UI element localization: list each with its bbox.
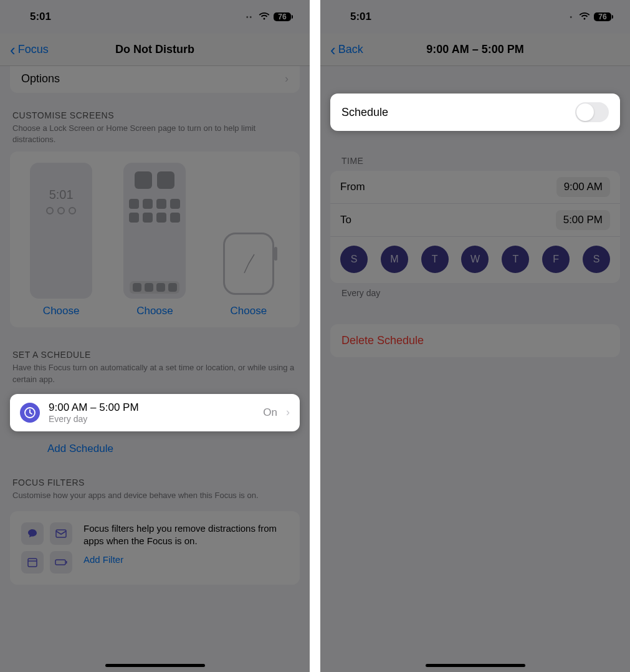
screen-schedule-detail: 5:01 • 76 ‹ Back 9:00 AM – 5:00 PM Sched…	[320, 0, 630, 672]
options-row[interactable]: Options ›	[10, 66, 300, 93]
lock-widgets-icon	[46, 207, 76, 214]
schedule-labels: 9:00 AM – 5:00 PM Every day	[49, 401, 254, 424]
filter-icons	[21, 522, 72, 574]
filters-box: Focus filters help you remove distractio…	[10, 511, 300, 585]
wifi-icon	[579, 11, 590, 23]
to-label: To	[340, 214, 351, 226]
nav-bar: ‹ Focus Do Not Disturb	[0, 34, 310, 66]
watch-face-icon	[233, 248, 264, 279]
toggle-label: Schedule	[341, 106, 388, 119]
add-filter-button[interactable]: Add Filter	[84, 554, 289, 566]
schedule-row[interactable]: 9:00 AM – 5:00 PM Every day On ›	[10, 394, 300, 431]
status-right: • 76	[570, 11, 611, 23]
lock-screen-col: 5:01 Choose	[17, 163, 105, 317]
schedule-title: 9:00 AM – 5:00 PM	[49, 401, 254, 414]
options-label: Options	[21, 72, 60, 85]
status-bar: 5:01 • 76	[320, 0, 630, 34]
schedule-header: SET A SCHEDULE	[10, 350, 300, 362]
from-value[interactable]: 9:00 AM	[556, 177, 610, 197]
day-tue[interactable]: T	[421, 246, 449, 273]
day-mon[interactable]: M	[381, 246, 408, 273]
chevron-right-icon: ›	[286, 406, 290, 419]
watch-preview[interactable]	[223, 233, 274, 295]
nav-bar: ‹ Back 9:00 AM – 5:00 PM	[320, 34, 630, 66]
choose-lock-button[interactable]: Choose	[43, 305, 80, 317]
day-fri[interactable]: F	[542, 246, 570, 273]
battery-icon: 76	[594, 12, 611, 21]
day-thu[interactable]: T	[502, 246, 529, 273]
chevron-right-icon: ›	[285, 72, 289, 85]
home-apps-icon	[129, 199, 180, 223]
schedule-state: On	[263, 406, 277, 419]
messages-icon	[21, 522, 44, 545]
status-time: 5:01	[30, 11, 51, 23]
home-screen-preview[interactable]	[123, 163, 186, 299]
schedule-subtitle: Every day	[49, 414, 254, 424]
from-label: From	[340, 181, 365, 193]
day-wed[interactable]: W	[461, 246, 489, 273]
watch-col: Choose	[205, 163, 292, 317]
schedule-sub: Have this Focus turn on automatically at…	[10, 362, 300, 391]
schedule-toggle-row: Schedule	[330, 94, 620, 131]
content: Options › CUSTOMISE SCREENS Choose a Loc…	[0, 66, 310, 585]
battery-icon	[50, 551, 72, 574]
svg-line-1	[249, 254, 254, 264]
svg-rect-7	[66, 561, 67, 564]
add-schedule-button[interactable]: Add Schedule	[10, 431, 300, 466]
svg-line-0	[244, 264, 249, 273]
home-dock-icon	[130, 281, 179, 294]
recording-indicator-icon: •	[570, 14, 573, 21]
recording-indicator-icon: ••	[246, 14, 253, 21]
day-sun[interactable]: S	[340, 246, 368, 273]
delete-schedule-button[interactable]: Delete Schedule	[330, 324, 620, 357]
schedule-toggle-card: Schedule	[330, 94, 620, 131]
svg-rect-4	[28, 559, 37, 567]
wifi-icon	[259, 11, 270, 23]
home-indicator[interactable]	[105, 664, 205, 667]
page-title: 9:00 AM – 5:00 PM	[320, 43, 630, 56]
status-right: •• 76	[246, 11, 291, 23]
filters-sub: Customise how your apps and device behav…	[10, 490, 300, 507]
status-time: 5:01	[350, 11, 371, 23]
customise-sub: Choose a Lock Screen or Home Screen page…	[10, 123, 300, 151]
days-row: S M T W T F S	[330, 237, 620, 283]
time-header: TIME	[320, 131, 630, 171]
choose-home-button[interactable]: Choose	[136, 305, 173, 317]
customise-screens-box: 5:01 Choose Choose Choos	[10, 151, 300, 327]
status-bar: 5:01 •• 76	[0, 0, 310, 34]
lock-screen-preview[interactable]: 5:01	[30, 163, 92, 299]
home-screen-col: Choose	[111, 163, 198, 317]
screen-do-not-disturb: 5:01 •• 76 ‹ Focus Do Not Disturb Option…	[0, 0, 310, 672]
lock-time: 5:01	[49, 188, 74, 202]
from-row[interactable]: From 9:00 AM	[330, 171, 620, 204]
svg-rect-3	[56, 530, 66, 537]
mail-icon	[50, 522, 72, 545]
time-card: From 9:00 AM To 5:00 PM S M T W T F S	[330, 171, 620, 283]
toggle-knob	[576, 103, 594, 121]
filter-text: Focus filters help you remove distractio…	[84, 522, 289, 574]
filters-header: FOCUS FILTERS	[10, 478, 300, 490]
home-indicator[interactable]	[426, 664, 525, 667]
filter-desc: Focus filters help you remove distractio…	[84, 522, 289, 548]
calendar-icon	[21, 551, 44, 574]
battery-icon: 76	[274, 12, 291, 21]
to-row[interactable]: To 5:00 PM	[330, 204, 620, 237]
svg-rect-6	[55, 560, 65, 565]
every-day-label: Every day	[320, 283, 630, 298]
to-value[interactable]: 5:00 PM	[556, 210, 610, 230]
customise-header: CUSTOMISE SCREENS	[10, 110, 300, 123]
home-widgets-icon	[135, 171, 174, 189]
clock-icon	[20, 403, 40, 423]
watch-preview-wrap	[217, 163, 280, 299]
day-sat[interactable]: S	[583, 246, 610, 273]
choose-watch-button[interactable]: Choose	[231, 305, 267, 317]
schedule-toggle[interactable]	[575, 102, 609, 122]
page-title: Do Not Disturb	[0, 43, 310, 56]
